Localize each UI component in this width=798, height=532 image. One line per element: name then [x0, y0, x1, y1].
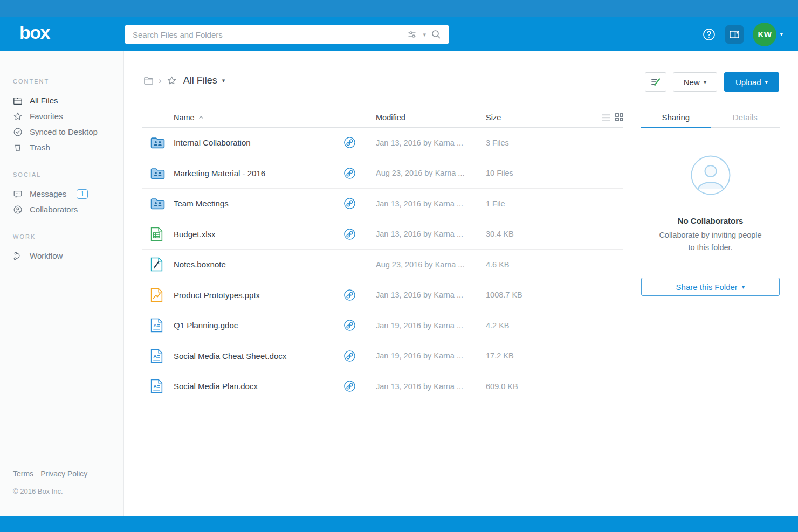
document-file-icon: A	[150, 318, 163, 333]
search-icon[interactable]	[431, 29, 442, 40]
favorite-star-icon[interactable]	[167, 75, 177, 86]
file-modified: Aug 23, 2016 by Karna ...	[376, 260, 486, 269]
sidebar-item-label: Synced to Desktop	[30, 127, 98, 136]
no-collaborators-empty-state: No Collaborators Collaborate by inviting…	[641, 128, 780, 296]
file-list-header: Name Modified Size	[142, 107, 623, 128]
sidebar-footer: Terms Privacy Policy © 2016 Box Inc.	[13, 469, 87, 495]
sidebar-item-synced-to-desktop[interactable]: Synced to Desktop	[13, 124, 123, 140]
sidebar-item-favorites[interactable]: Favorites	[13, 108, 123, 124]
table-row[interactable]: A Social Media Plan.docx Jan 13, 2016 by…	[142, 371, 623, 402]
message-icon	[13, 189, 23, 199]
file-name[interactable]: Q1 Planning.gdoc	[174, 321, 343, 330]
sidebar-item-all-files[interactable]: All Files	[13, 93, 123, 108]
shared-folder-icon	[150, 136, 165, 149]
file-modified: Jan 13, 2016 by Karna ...	[376, 139, 486, 147]
sidebar-item-label: Workflow	[30, 251, 63, 260]
tab-sharing[interactable]: Sharing	[641, 107, 711, 127]
file-name[interactable]: Product Prototypes.pptx	[174, 291, 343, 300]
help-icon[interactable]	[702, 27, 716, 42]
empty-state-text: Collaborate by inviting people	[641, 229, 780, 241]
workflow-icon	[13, 251, 23, 261]
table-row[interactable]: Budget.xlsx Jan 13, 2016 by Karna ... 30…	[142, 219, 623, 250]
top-strip	[0, 0, 798, 17]
table-row[interactable]: A Social Media Cheat Sheet.docx Jan 19, …	[142, 341, 623, 372]
file-size: 3 Files	[486, 139, 623, 147]
shared-link-icon[interactable]	[343, 197, 356, 210]
file-modified: Jan 13, 2016 by Karna ...	[376, 382, 486, 391]
table-row[interactable]: Product Prototypes.pptx Jan 13, 2016 by …	[142, 280, 623, 311]
table-row[interactable]: Marketing Material - 2016 Aug 23, 2016 b…	[142, 158, 623, 189]
table-row[interactable]: Notes.boxnote Aug 23, 2016 by Karna ... …	[142, 250, 623, 280]
terms-link[interactable]: Terms	[13, 469, 33, 478]
file-name[interactable]: Social Media Cheat Sheet.docx	[174, 351, 343, 361]
share-this-folder-button[interactable]: Share this Folder ▾	[641, 278, 780, 296]
sidebar-item-workflow[interactable]: Workflow	[13, 248, 123, 264]
file-list: Name Modified Size Internal Collaboratio…	[142, 107, 623, 402]
grid-view-icon[interactable]	[615, 113, 623, 121]
check-circle-icon	[13, 127, 23, 137]
shared-link-icon[interactable]	[343, 319, 356, 331]
messages-count-badge: 1	[77, 189, 88, 199]
file-modified: Aug 23, 2016 by Karna ...	[376, 169, 486, 177]
file-size: 17.2 KB	[486, 351, 623, 360]
svg-text:A: A	[153, 323, 157, 328]
table-row[interactable]: A Q1 Planning.gdoc Jan 19, 2016 by Karna…	[142, 310, 623, 341]
spreadsheet-file-icon	[150, 227, 163, 241]
upload-caret-icon: ▾	[765, 79, 768, 85]
list-view-icon[interactable]	[602, 114, 610, 121]
sidebar-item-messages[interactable]: Messages 1	[13, 186, 123, 202]
file-size: 1008.7 KB	[486, 291, 623, 299]
column-header-size[interactable]: Size	[486, 113, 602, 122]
sidebar-item-label: Trash	[30, 143, 50, 152]
search-filter-caret-icon[interactable]: ▾	[423, 32, 426, 38]
file-size: 30.4 KB	[486, 230, 623, 238]
box-logo[interactable]: box	[19, 22, 50, 43]
column-header-modified[interactable]: Modified	[376, 113, 486, 122]
upload-button[interactable]: Upload ▾	[724, 72, 779, 92]
folder-menu-caret-icon[interactable]: ▾	[222, 78, 225, 84]
page-title[interactable]: All Files	[183, 75, 217, 86]
search-input[interactable]	[125, 30, 407, 39]
table-row[interactable]: Team Meetings Jan 13, 2016 by Karna ... …	[142, 189, 623, 219]
shared-link-icon[interactable]	[343, 136, 356, 149]
new-note-button[interactable]	[645, 72, 666, 92]
file-name[interactable]: Social Media Plan.docx	[174, 382, 343, 391]
file-name[interactable]: Notes.boxnote	[174, 260, 343, 269]
file-name[interactable]: Marketing Material - 2016	[174, 169, 343, 178]
shared-link-icon[interactable]	[343, 167, 356, 179]
shared-link-icon[interactable]	[343, 228, 356, 240]
avatar[interactable]: KW	[753, 23, 776, 46]
apps-panel-icon[interactable]	[725, 25, 744, 44]
privacy-policy-link[interactable]: Privacy Policy	[40, 469, 87, 478]
sidebar-section-social: SOCIAL	[13, 171, 123, 178]
file-name[interactable]: Budget.xlsx	[174, 230, 343, 239]
sidebar-item-trash[interactable]: Trash	[13, 140, 123, 155]
shared-link-icon[interactable]	[343, 380, 356, 392]
breadcrumb: › All Files ▾	[143, 75, 225, 86]
shared-link-icon[interactable]	[343, 350, 356, 362]
sidebar-item-collaborators[interactable]: Collaborators	[13, 202, 123, 217]
file-modified: Jan 13, 2016 by Karna ...	[376, 291, 486, 299]
empty-state-title: No Collaborators	[641, 216, 780, 225]
account-menu[interactable]: KW ▾	[753, 23, 783, 46]
share-button-label: Share this Folder	[676, 282, 738, 292]
account-caret-icon[interactable]: ▾	[780, 31, 783, 37]
table-row[interactable]: Internal Collaboration Jan 13, 2016 by K…	[142, 128, 623, 158]
column-header-name[interactable]: Name	[174, 113, 376, 122]
search-bar: ▾	[125, 25, 449, 44]
svg-text:A: A	[153, 354, 157, 359]
star-icon	[13, 112, 23, 121]
tab-details[interactable]: Details	[711, 107, 780, 127]
shared-folder-icon	[150, 167, 165, 179]
file-name[interactable]: Team Meetings	[174, 199, 343, 208]
file-name[interactable]: Internal Collaboration	[174, 138, 343, 147]
sort-asc-icon	[198, 115, 204, 120]
new-caret-icon: ▾	[704, 79, 707, 85]
new-button[interactable]: New ▾	[673, 72, 717, 92]
shared-link-icon[interactable]	[343, 289, 356, 301]
root-folder-icon[interactable]	[143, 75, 154, 86]
filter-sliders-icon[interactable]	[407, 29, 418, 40]
copyright-text: © 2016 Box Inc.	[13, 487, 87, 495]
details-panel: Sharing Details No Collaborators Collabo…	[641, 107, 780, 296]
document-file-icon: A	[150, 349, 163, 363]
